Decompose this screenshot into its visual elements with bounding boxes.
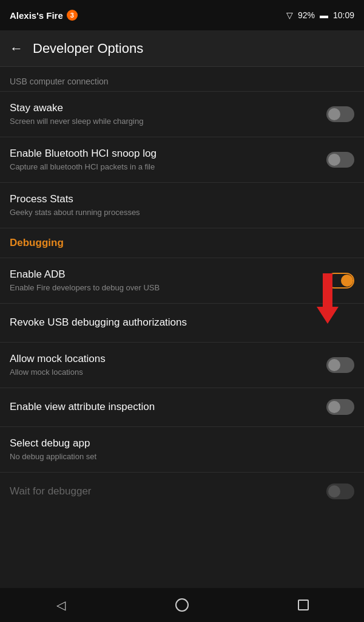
- status-bar-left: Alexis's Fire 3: [10, 10, 78, 21]
- bluetooth-hci-title: Enable Bluetooth HCI snoop log: [10, 147, 319, 160]
- mock-locations-toggle-thumb: [328, 359, 340, 371]
- select-debug-app-row[interactable]: Select debug app No debug application se…: [0, 426, 364, 472]
- wifi-icon: ▽: [286, 10, 293, 20]
- revoke-usb-title: Revoke USB debugging authorizations: [10, 316, 347, 329]
- wait-for-debugger-title: Wait for debugger: [10, 485, 319, 498]
- stay-awake-subtitle: Screen will never sleep while charging: [10, 117, 319, 127]
- page-title: Developer Options: [33, 41, 143, 56]
- time: 10:09: [333, 10, 354, 20]
- stay-awake-toggle[interactable]: [326, 106, 354, 122]
- wait-for-debugger-text: Wait for debugger: [10, 485, 326, 498]
- mock-locations-text: Allow mock locations Allow mock location…: [10, 352, 326, 378]
- select-debug-app-subtitle: No debug application set: [10, 452, 347, 462]
- select-debug-app-title: Select debug app: [10, 437, 347, 450]
- enable-adb-title: Enable ADB: [10, 268, 319, 281]
- status-bar: Alexis's Fire 3 ▽ 92% ▬ 10:09: [0, 0, 364, 30]
- stay-awake-row[interactable]: Stay awake Screen will never sleep while…: [0, 91, 364, 137]
- mock-locations-title: Allow mock locations: [10, 352, 319, 366]
- mock-locations-toggle[interactable]: [326, 357, 354, 373]
- revoke-usb-text: Revoke USB debugging authorizations: [10, 316, 354, 329]
- arrow-head: [317, 307, 339, 324]
- wait-for-debugger-toggle-thumb: [328, 485, 340, 497]
- bluetooth-hci-toggle[interactable]: [326, 152, 354, 168]
- mock-locations-row[interactable]: Allow mock locations Allow mock location…: [0, 342, 364, 388]
- stay-awake-title: Stay awake: [10, 101, 319, 115]
- enable-adb-text: Enable ADB Enable Fire developers to deb…: [10, 268, 326, 293]
- view-attribute-toggle[interactable]: [326, 399, 354, 415]
- view-attribute-toggle-thumb: [328, 401, 340, 413]
- stay-awake-toggle-thumb: [328, 108, 340, 120]
- device-name: Alexis's Fire: [10, 10, 63, 21]
- header: ← Developer Options: [0, 30, 364, 67]
- battery-percent: 92%: [298, 10, 315, 20]
- back-nav-button[interactable]: ◁: [46, 593, 76, 617]
- enable-adb-toggle-thumb: [341, 275, 353, 287]
- home-nav-icon: [175, 598, 189, 612]
- bluetooth-hci-subtitle: Capture all bluetooth HCI packets in a f…: [10, 162, 319, 173]
- status-bar-right: ▽ 92% ▬ 10:09: [286, 10, 354, 20]
- back-button[interactable]: ←: [10, 41, 23, 56]
- home-nav-button[interactable]: [167, 593, 197, 617]
- battery-icon: ▬: [320, 10, 328, 20]
- process-stats-subtitle: Geeky stats about running processes: [10, 208, 347, 218]
- wait-for-debugger-toggle[interactable]: [326, 484, 354, 499]
- bluetooth-hci-text: Enable Bluetooth HCI snoop log Capture a…: [10, 147, 326, 173]
- revoke-usb-row[interactable]: Revoke USB debugging authorizations: [0, 303, 364, 342]
- select-debug-app-text: Select debug app No debug application se…: [10, 437, 354, 462]
- enable-adb-subtitle: Enable Fire developers to debug over USB: [10, 283, 319, 293]
- bluetooth-hci-row[interactable]: Enable Bluetooth HCI snoop log Capture a…: [0, 137, 364, 182]
- notification-badge: 3: [67, 10, 78, 21]
- wait-for-debugger-row[interactable]: Wait for debugger: [0, 472, 364, 511]
- enable-adb-row[interactable]: Enable ADB Enable Fire developers to deb…: [0, 258, 364, 303]
- bottom-nav: ◁: [0, 588, 364, 622]
- mock-locations-subtitle: Allow mock locations: [10, 367, 319, 378]
- bluetooth-hci-toggle-thumb: [328, 154, 340, 166]
- arrow-shaft: [323, 273, 332, 310]
- stay-awake-text: Stay awake Screen will never sleep while…: [10, 101, 326, 127]
- process-stats-title: Process Stats: [10, 193, 347, 206]
- usb-section-header: USB computer connection: [0, 67, 364, 91]
- process-stats-row[interactable]: Process Stats Geeky stats about running …: [0, 182, 364, 228]
- content-area: USB computer connection Stay awake Scree…: [0, 67, 364, 588]
- process-stats-text: Process Stats Geeky stats about running …: [10, 193, 354, 218]
- view-attribute-title: Enable view attribute inspection: [10, 400, 319, 414]
- back-nav-icon: ◁: [56, 598, 66, 612]
- view-attribute-row[interactable]: Enable view attribute inspection: [0, 388, 364, 426]
- recents-nav-button[interactable]: [288, 593, 318, 617]
- recents-nav-icon: [298, 600, 309, 610]
- view-attribute-text: Enable view attribute inspection: [10, 400, 326, 414]
- debugging-section-header: Debugging: [0, 228, 364, 258]
